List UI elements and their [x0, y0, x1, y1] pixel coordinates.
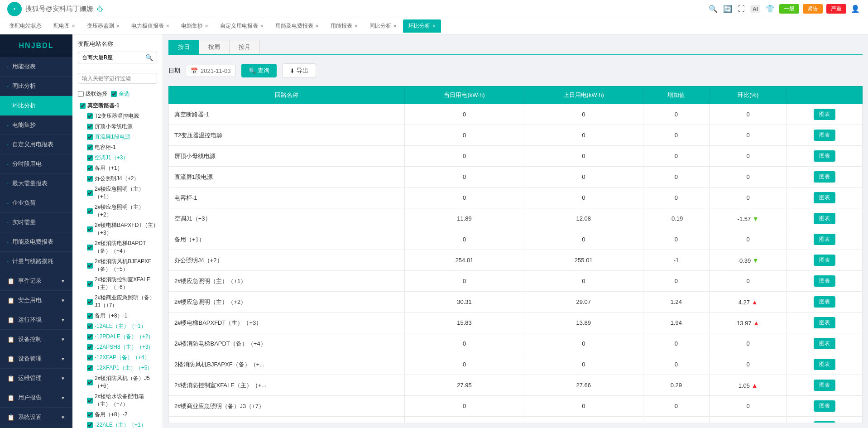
tab-close-icon[interactable]: ✕ — [393, 24, 397, 29]
level-warn-badge[interactable]: 紧告 — [803, 4, 823, 14]
chart-button[interactable]: 图表 — [814, 171, 835, 183]
tree-checkbox-sy1[interactable] — [87, 299, 93, 305]
tab-用能报表[interactable]: 用能报表✕ — [325, 19, 363, 33]
tree-checkbox-xf2[interactable] — [87, 365, 93, 371]
sidebar-item-用能及电费报表[interactable]: •用能及电费报表 — [0, 232, 72, 252]
sidebar-item-分时段用电[interactable]: •分时段用电 — [0, 154, 72, 174]
chart-button[interactable]: 图表 — [814, 192, 835, 203]
tree-item-gs1[interactable]: 2#楼给水设备配电箱（主）（+7） — [72, 391, 163, 409]
sidebar-item-电能集抄[interactable]: •电能集抄 — [0, 115, 72, 135]
tree-item-pd1[interactable]: -12PDALE（备）（+2） — [72, 332, 163, 342]
tab-配电图[interactable]: 配电图✕ — [48, 19, 81, 33]
tree-checkbox-by1[interactable] — [87, 165, 93, 171]
tree-item-ale2[interactable]: -22ALE（主）（+1） — [72, 420, 163, 428]
chart-button[interactable]: 图表 — [814, 296, 835, 308]
tree-checkbox-pmq[interactable] — [87, 124, 93, 130]
tree-item-by8[interactable]: 备用（+8）-1 — [72, 311, 163, 321]
chart-button[interactable]: 图表 — [814, 213, 835, 224]
tree-checkbox-dt2[interactable] — [87, 245, 93, 250]
chart-button[interactable]: 图表 — [814, 338, 835, 349]
tab-close-icon[interactable]: ✕ — [432, 24, 436, 29]
tree-checkbox-ale1[interactable] — [87, 323, 93, 329]
sidebar-item-自定义用电报表[interactable]: •自定义用电报表 — [0, 135, 72, 154]
tab-close-icon[interactable]: ✕ — [205, 24, 208, 29]
sidebar-item-运行环境[interactable]: 📋运行环境▼ — [0, 310, 72, 330]
tab-close-icon[interactable]: ✕ — [354, 24, 358, 29]
sidebar-item-计量与线路损耗[interactable]: •计量与线路损耗 — [0, 252, 72, 271]
search-icon[interactable]: 🔍 — [709, 5, 718, 13]
tree-checkbox-gs1[interactable] — [87, 398, 93, 404]
tree-checkbox-fj1[interactable] — [87, 263, 93, 269]
tab-电力极值报表[interactable]: 电力极值报表✕ — [126, 19, 175, 33]
tree-item-fj1[interactable]: 2#楼消防风机BJFAPXF（备）（+5） — [72, 256, 163, 274]
chart-button[interactable]: 图表 — [814, 234, 835, 245]
tree-checkbox-dt1[interactable] — [87, 226, 93, 232]
tree-checkbox-by82[interactable] — [87, 412, 93, 418]
tree-checkbox-bgzm[interactable] — [87, 176, 93, 182]
tree-item-xf2[interactable]: -12XFAP1（主）（+5） — [72, 363, 163, 373]
select-all-checkbox[interactable] — [111, 91, 117, 97]
tree-item-dt2[interactable]: 2#楼消防电梯BAPDT（备）（+4） — [72, 238, 163, 256]
tree-checkbox-t2[interactable] — [87, 113, 93, 119]
period-tab-按周[interactable]: 按周 — [199, 40, 230, 54]
tree-item-ale1[interactable]: -12ALE（主）（+1） — [72, 321, 163, 332]
tree-item-kt1[interactable]: 空调J1（+3） — [72, 153, 163, 163]
tree-item-pmq[interactable]: 屏顶小母线电源 — [72, 121, 163, 132]
tree-checkbox-em1[interactable] — [87, 190, 93, 196]
tree-item-xf1[interactable]: -12XFAP（备）（+4） — [72, 352, 163, 363]
chart-button[interactable]: 图表 — [814, 255, 835, 266]
level-normal-badge[interactable]: 一般 — [779, 4, 799, 14]
chart-button[interactable]: 图表 — [814, 359, 835, 370]
station-search-input[interactable] — [82, 54, 144, 61]
tree-item-parent1[interactable]: 真空断路器-1 — [72, 101, 163, 111]
ai-icon[interactable]: AI — [750, 5, 760, 13]
tree-item-bgzm[interactable]: 办公照明J4（+2） — [72, 173, 163, 184]
chart-button[interactable]: 图表 — [814, 421, 835, 423]
query-button[interactable]: 🔍 查询 — [241, 64, 277, 77]
level-urgent-badge[interactable]: 严重 — [826, 4, 846, 14]
tab-变配电站状态[interactable]: 变配电站状态 — [4, 19, 47, 33]
chart-button[interactable]: 图表 — [814, 130, 835, 141]
chart-button[interactable]: 图表 — [814, 317, 835, 328]
select-all-label[interactable]: 全选 — [111, 90, 129, 98]
tab-close-icon[interactable]: ✕ — [116, 24, 120, 29]
sidebar-item-同比分析[interactable]: •同比分析 — [0, 77, 72, 96]
tree-checkbox-xf1[interactable] — [87, 355, 93, 361]
sidebar-item-用能报表[interactable]: •用能报表 — [0, 57, 72, 77]
tree-item-dr1[interactable]: 电容柜-1 — [72, 142, 163, 153]
tree-item-t2[interactable]: T2变压器温控电源 — [72, 111, 163, 121]
tree-filter-input[interactable] — [78, 73, 157, 84]
tree-item-zlpd[interactable]: 直流屏1段电源 — [72, 132, 163, 142]
tree-checkbox-fj2[interactable] — [87, 380, 93, 385]
refresh-icon[interactable]: 🔄 — [723, 5, 732, 13]
tree-item-dt1[interactable]: 2#楼电梯BAPXFDT（主）（+3） — [72, 220, 163, 238]
tree-item-sh1[interactable]: -12APSH8（主）（+3） — [72, 342, 163, 352]
tree-item-em2[interactable]: 2#楼应急照明（主）（+2） — [72, 202, 163, 220]
sidebar-item-企业负荷[interactable]: •企业负荷 — [0, 193, 72, 213]
chart-button[interactable]: 图表 — [814, 109, 835, 120]
tree-item-em1[interactable]: 2#楼应急照明（主）（+1） — [72, 184, 163, 202]
tree-item-sy1[interactable]: 2#楼商业应急照明（备）J3（+7） — [72, 293, 163, 311]
tree-checkbox-em2[interactable] — [87, 208, 93, 214]
date-picker[interactable]: 📅 2021-11-03 — [186, 65, 236, 77]
chart-button[interactable]: 图表 — [814, 150, 835, 162]
tree-checkbox-parent1[interactable] — [80, 103, 86, 109]
tree-item-fj2[interactable]: 2#楼消防风机（备）J5（+6） — [72, 373, 163, 391]
tab-close-icon[interactable]: ✕ — [72, 24, 75, 29]
tab-close-icon[interactable]: ✕ — [315, 24, 319, 29]
chart-button[interactable]: 图表 — [814, 275, 835, 287]
sidebar-item-安全用电[interactable]: 📋安全用电▼ — [0, 291, 72, 310]
sidebar-item-事件记录[interactable]: 📋事件记录▼ — [0, 271, 72, 291]
sidebar-item-最大需量报表[interactable]: •最大需量报表 — [0, 174, 72, 193]
tab-close-icon[interactable]: ✕ — [166, 24, 169, 29]
sidebar-item-系统设置[interactable]: 📋系统设置▼ — [0, 408, 72, 427]
sidebar-item-运维管理[interactable]: 📋运维管理▼ — [0, 369, 72, 388]
shirt-icon[interactable]: 👕 — [766, 5, 775, 13]
tab-同比分析[interactable]: 同比分析✕ — [364, 19, 402, 33]
sidebar-item-设备管理[interactable]: 📋设备管理▼ — [0, 349, 72, 369]
level-select-label[interactable]: 级联选择 — [78, 90, 107, 98]
tree-checkbox-ale2[interactable] — [87, 422, 93, 428]
chart-button[interactable]: 图表 — [814, 380, 835, 391]
sidebar-item-设备控制[interactable]: 📋设备控制▼ — [0, 330, 72, 349]
tab-用能及电费报表[interactable]: 用能及电费报表✕ — [270, 19, 324, 33]
